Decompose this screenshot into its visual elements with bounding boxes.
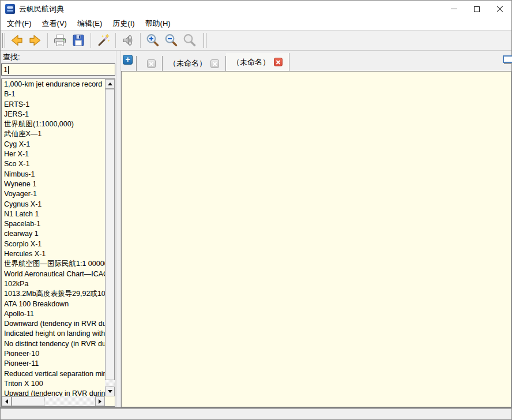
list-item[interactable]: Pioneer-10 bbox=[4, 349, 105, 359]
add-tab-button[interactable]: + bbox=[123, 55, 133, 65]
forward-icon bbox=[28, 33, 43, 48]
plus-icon: + bbox=[125, 55, 130, 63]
menu-item[interactable]: 查看(V) bbox=[37, 17, 72, 30]
horizontal-scrollbar-thumb[interactable] bbox=[12, 396, 44, 406]
speak-button[interactable] bbox=[119, 32, 137, 49]
list-item[interactable]: 世界航图(1:1000,000) bbox=[4, 119, 105, 129]
list-item[interactable]: Reduced vertical separation minimum bbox=[4, 369, 105, 379]
search-icon bbox=[182, 33, 197, 48]
minimize-icon bbox=[451, 9, 457, 9]
tab-close-button[interactable] bbox=[147, 59, 156, 68]
triangle-right-icon bbox=[99, 399, 101, 404]
triangle-down-icon bbox=[108, 390, 112, 393]
list-item[interactable]: N1 Latch 1 bbox=[4, 209, 105, 219]
toolbar-separator bbox=[140, 33, 141, 48]
title-bar: 云帆民航词典 bbox=[1, 1, 511, 17]
list-item[interactable]: 武仙座X—1 bbox=[4, 129, 105, 139]
list-item[interactable]: 1,000-km jet endurance record bbox=[4, 80, 105, 89]
list-item[interactable]: clearway 1 bbox=[4, 229, 105, 239]
toolbar-separator bbox=[91, 33, 91, 48]
list-item[interactable]: Wynene 1 bbox=[4, 179, 105, 189]
tab-bar: + （未命名） （未命名） bbox=[121, 51, 511, 71]
forward-button[interactable] bbox=[27, 32, 44, 49]
list-item[interactable]: 世界航空图—国际民航1:1 000000 bbox=[4, 259, 105, 269]
list-item[interactable]: Her X-1 bbox=[4, 149, 105, 159]
horizontal-scrollbar[interactable] bbox=[2, 396, 105, 406]
list-item[interactable]: Cyg X-1 bbox=[4, 140, 105, 149]
list-item[interactable]: ERTS-1 bbox=[4, 100, 105, 110]
maximize-button[interactable] bbox=[465, 1, 488, 17]
back-icon bbox=[9, 33, 24, 48]
toolbar-separator bbox=[47, 33, 48, 48]
list-item[interactable]: 102kPa bbox=[4, 279, 105, 289]
zoom-in-button[interactable] bbox=[144, 32, 161, 49]
scroll-down-button[interactable] bbox=[105, 387, 115, 396]
list-item[interactable]: Spacelab-1 bbox=[4, 219, 105, 229]
menu-item[interactable]: 历史(I) bbox=[107, 17, 140, 30]
save-icon bbox=[71, 33, 86, 48]
tab-3-active[interactable]: （未命名） bbox=[226, 53, 289, 71]
list-item[interactable]: Nimbus-1 bbox=[4, 170, 105, 179]
list-item[interactable]: No distinct tendency (in RVR during) bbox=[4, 339, 105, 349]
wand-icon bbox=[96, 33, 111, 48]
document-pane: + （未命名） （未命名） bbox=[121, 51, 511, 407]
list-item[interactable]: Pioneer-11 bbox=[4, 359, 105, 369]
text-caret bbox=[8, 66, 9, 74]
scroll-right-button[interactable] bbox=[95, 396, 105, 406]
menu-item[interactable]: 文件(F) bbox=[2, 17, 37, 30]
wand-button[interactable] bbox=[95, 32, 112, 49]
minimize-button[interactable] bbox=[442, 1, 465, 17]
list-item[interactable]: JERS-1 bbox=[4, 110, 105, 119]
list-item[interactable]: 1013.2Mb高度表拨导29,92或100 bbox=[4, 289, 105, 299]
list-item[interactable]: Triton X 100 bbox=[4, 379, 105, 389]
list-item[interactable]: Hercules X-1 bbox=[4, 249, 105, 259]
list-item[interactable]: B-1 bbox=[4, 89, 105, 99]
tab-label: （未命名） bbox=[232, 57, 270, 68]
speaker-icon bbox=[121, 33, 135, 48]
window-mode-icon[interactable] bbox=[503, 55, 512, 63]
search-input-value: 1 bbox=[3, 65, 7, 74]
scroll-left-button[interactable] bbox=[2, 396, 12, 406]
status-bar bbox=[1, 407, 511, 419]
tab-1[interactable] bbox=[136, 56, 163, 71]
list-item[interactable]: World Aeronautical Chart—ICAO bbox=[4, 269, 105, 279]
menu-item[interactable]: 帮助(H) bbox=[140, 17, 176, 30]
tab-label: （未命名） bbox=[169, 58, 206, 69]
toolbar-grip[interactable] bbox=[204, 33, 206, 48]
vertical-scrollbar[interactable] bbox=[105, 79, 115, 396]
zoom-in-icon bbox=[145, 33, 160, 48]
list-item[interactable]: Voyager-1 bbox=[4, 189, 105, 199]
search-label: 查找: bbox=[3, 52, 20, 62]
scroll-up-button[interactable] bbox=[105, 79, 115, 89]
save-button[interactable] bbox=[70, 32, 87, 49]
list-item[interactable]: Upward (tendency in RVR during) bbox=[4, 389, 105, 396]
close-x-icon bbox=[276, 60, 280, 64]
list-item[interactable]: ATA 100 Breakdown bbox=[4, 299, 105, 309]
back-button[interactable] bbox=[8, 32, 25, 49]
triangle-left-icon bbox=[5, 399, 8, 404]
app-window: { "window": { "title": "云帆民航词典" }, "menu… bbox=[0, 0, 512, 420]
zoom-out-icon bbox=[164, 33, 179, 48]
toolbar-separator bbox=[115, 33, 116, 48]
list-item[interactable]: Indicated height on landing with bbox=[4, 329, 105, 339]
search-input[interactable]: 1 bbox=[1, 63, 115, 76]
panel-splitter[interactable] bbox=[116, 51, 121, 407]
list-item[interactable]: Sco X-1 bbox=[4, 159, 105, 169]
list-item[interactable]: Downward (tendency in RVR during previou… bbox=[4, 319, 105, 329]
menu-item[interactable]: 编辑(E) bbox=[72, 17, 107, 30]
search-button[interactable] bbox=[181, 32, 198, 49]
search-panel: 查找: 1 1,000-km jet endurance recordB-1ER… bbox=[1, 51, 116, 407]
close-x-icon bbox=[149, 62, 153, 66]
tab-2[interactable]: （未命名） bbox=[163, 56, 226, 71]
tab-close-button[interactable] bbox=[210, 59, 219, 68]
zoom-out-button[interactable] bbox=[163, 32, 180, 49]
tab-close-button-active[interactable] bbox=[274, 58, 283, 66]
list-item[interactable]: Apollo-11 bbox=[4, 309, 105, 319]
list-item[interactable]: Cygnus X-1 bbox=[4, 200, 105, 209]
vertical-scrollbar-thumb[interactable] bbox=[105, 89, 115, 380]
list-item[interactable]: Scorpio X-1 bbox=[4, 239, 105, 249]
print-button[interactable] bbox=[51, 32, 69, 49]
toolbar-grip[interactable] bbox=[2, 33, 5, 48]
close-button[interactable] bbox=[488, 1, 511, 17]
document-content[interactable] bbox=[121, 71, 511, 407]
